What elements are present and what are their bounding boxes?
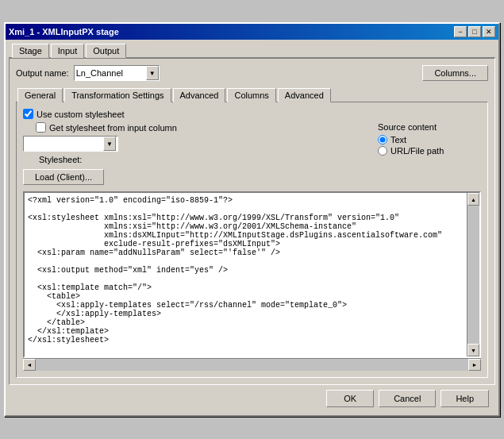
source-url-radio[interactable] [378,146,387,156]
top-tabs: Stage Input Output [9,43,495,57]
main-window: Xmi_1 - XMLInputPX stage − □ ✕ Stage Inp… [4,22,500,417]
get-stylesheet-checkbox[interactable] [36,122,46,133]
output-name-input[interactable] [75,67,146,79]
scroll-track-v[interactable] [467,206,479,344]
output-name-label: Output name: [16,68,69,78]
output-panel: Output name: ▼ Columns... General Transf… [9,57,495,385]
combo-arrow-icon[interactable]: ▼ [146,66,159,80]
scroll-right-button[interactable]: ► [468,359,481,371]
stylesheet-arrow-icon[interactable]: ▼ [103,137,116,151]
tab-advanced[interactable]: Advanced [173,88,226,102]
xml-wrapper: ▲ ▼ ◄ ► [23,188,481,371]
maximize-button[interactable]: □ [468,26,481,37]
use-custom-stylesheet-row: Use custom stylesheet [23,109,481,119]
scroll-track-h[interactable] [36,359,468,371]
cancel-button[interactable]: Cancel [379,390,436,407]
minimize-button[interactable]: − [454,26,467,37]
inner-panel: Use custom stylesheet Get stylesheet fro… [16,102,488,378]
ok-button[interactable]: OK [326,390,374,407]
xml-area-container: ▲ ▼ [23,191,481,358]
columns-button[interactable]: Columns... [422,65,488,81]
get-stylesheet-label: Get stylesheet from input column [49,123,177,133]
xml-textarea[interactable] [25,193,467,356]
output-name-combo[interactable]: ▼ [74,65,160,81]
source-text-radio[interactable] [378,135,387,144]
tab-columns[interactable]: Columns [227,88,275,102]
stylesheet-dropdown[interactable]: ▼ [23,136,118,152]
scroll-left-button[interactable]: ◄ [23,359,36,371]
source-url-row: URL/File path [378,146,481,156]
get-stylesheet-row: Get stylesheet from input column [36,122,370,133]
source-text-label: Text [391,135,406,144]
stylesheet-dropdown-input[interactable] [24,138,103,149]
horizontal-scrollbar: ◄ ► [23,358,481,371]
use-custom-stylesheet-label: Use custom stylesheet [37,110,125,119]
source-url-label: URL/File path [391,146,444,156]
source-content-group: Source content Text URL/File path [370,122,481,157]
tab-general[interactable]: General [17,88,63,102]
tab-output[interactable]: Output [86,44,126,58]
window-content: Stage Input Output Output name: ▼ Column… [6,40,498,415]
scroll-up-button[interactable]: ▲ [467,193,479,206]
tab-input[interactable]: Input [51,44,84,58]
inner-content: Use custom stylesheet Get stylesheet fro… [23,109,481,371]
source-text-row: Text [378,135,481,144]
use-custom-stylesheet-checkbox[interactable] [23,109,33,119]
title-bar-buttons: − □ ✕ [454,26,495,37]
close-button[interactable]: ✕ [483,26,495,37]
inner-tabs: General Transformation Settings Advanced… [16,87,488,102]
vertical-scrollbar: ▲ ▼ [467,193,479,356]
tab-transformation-settings[interactable]: Transformation Settings [64,88,171,102]
help-button[interactable]: Help [441,390,489,407]
tab-advanced2[interactable]: Advanced [278,88,331,102]
output-name-row: Output name: ▼ Columns... [16,65,488,81]
title-bar: Xmi_1 - XMLInputPX stage − □ ✕ [6,24,498,40]
load-client-button[interactable]: Load (Client)... [23,169,104,185]
scroll-down-button[interactable]: ▼ [467,344,479,356]
source-content-label: Source content [378,122,481,132]
left-section: Get stylesheet from input column ▼ Sty [23,122,370,188]
bottom-bar: OK Cancel Help [9,385,495,412]
window-title: Xmi_1 - XMLInputPX stage [9,27,119,37]
stylesheet-label: Stylesheet: [39,155,370,164]
stylesheet-dropdown-row: ▼ [23,136,370,152]
tab-stage[interactable]: Stage [12,44,49,58]
